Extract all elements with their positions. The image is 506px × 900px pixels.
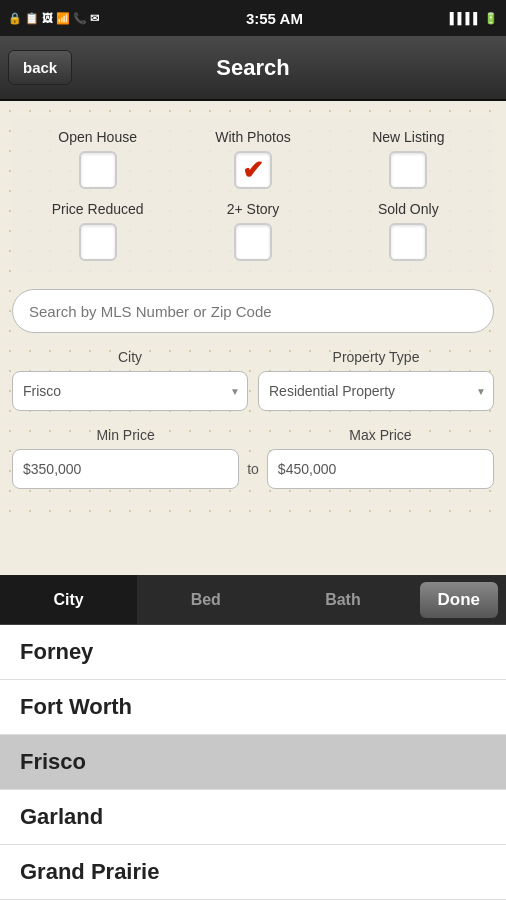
status-time: 3:55 AM — [246, 10, 303, 27]
mail-icon: ✉ — [90, 12, 99, 25]
list-item[interactable]: Grand Prairie — [0, 845, 506, 900]
main-content: Open House With Photos ✔ New Listing Pri… — [0, 101, 506, 517]
checkbox-open-house: Open House — [28, 129, 168, 189]
max-price-label: Max Price — [267, 427, 494, 443]
status-bar: 🔒 📋 🖼 📶 📞 ✉ 3:55 AM ▌▌▌▌ 🔋 — [0, 0, 506, 36]
city-label: City — [12, 349, 248, 365]
min-price-input[interactable] — [12, 449, 239, 489]
bottom-picker: City Bed Bath Done Forney Fort Worth Fri… — [0, 575, 506, 900]
mls-search-container — [12, 289, 494, 333]
property-type-group: Property Type Residential Property Comme… — [258, 349, 494, 411]
picker-tabs: City Bed Bath Done — [0, 575, 506, 625]
min-price-label: Min Price — [12, 427, 239, 443]
signal-icon: ▌▌▌▌ — [450, 12, 481, 24]
list-item[interactable]: Forney — [0, 625, 506, 680]
price-section: Min Price to Max Price — [12, 427, 494, 489]
open-house-checkbox[interactable] — [79, 151, 117, 189]
checkbox-price-reduced: Price Reduced — [28, 201, 168, 261]
image-icon: 🖼 — [42, 12, 53, 24]
price-reduced-checkbox[interactable] — [79, 223, 117, 261]
wifi-icon: 📶 — [56, 12, 70, 25]
checkbox-sold-only: Sold Only — [338, 201, 478, 261]
header: back Search — [0, 36, 506, 101]
city-list: Forney Fort Worth Frisco Garland Grand P… — [0, 625, 506, 900]
list-item-selected[interactable]: Frisco — [0, 735, 506, 790]
city-select[interactable]: Frisco — [12, 371, 248, 411]
max-price-group: Max Price — [267, 427, 494, 489]
list-item[interactable]: Garland — [0, 790, 506, 845]
max-price-input[interactable] — [267, 449, 494, 489]
two-story-checkbox[interactable] — [234, 223, 272, 261]
battery-icon: 🔋 — [484, 12, 498, 25]
price-reduced-label: Price Reduced — [52, 201, 144, 217]
status-left-icons: 🔒 📋 🖼 📶 📞 ✉ — [8, 12, 99, 25]
sold-only-checkbox[interactable] — [389, 223, 427, 261]
status-right-icons: ▌▌▌▌ 🔋 — [450, 12, 498, 25]
done-button[interactable]: Done — [420, 582, 499, 618]
tab-bed[interactable]: Bed — [137, 575, 274, 624]
list-item[interactable]: Fort Worth — [0, 680, 506, 735]
city-group: City Frisco — [12, 349, 248, 411]
property-type-select[interactable]: Residential Property Commercial Land Mul… — [258, 371, 494, 411]
lock-icon: 🔒 — [8, 12, 22, 25]
new-listing-checkbox[interactable] — [389, 151, 427, 189]
tab-bath[interactable]: Bath — [274, 575, 411, 624]
with-photos-label: With Photos — [215, 129, 290, 145]
min-price-group: Min Price — [12, 427, 239, 489]
mls-search-input[interactable] — [12, 289, 494, 333]
tab-city[interactable]: City — [0, 575, 137, 624]
sold-only-label: Sold Only — [378, 201, 439, 217]
checkmark-icon: ✔ — [242, 157, 264, 183]
checkbox-row-1: Open House With Photos ✔ New Listing — [20, 129, 486, 189]
new-listing-label: New Listing — [372, 129, 444, 145]
with-photos-checkbox[interactable]: ✔ — [234, 151, 272, 189]
price-separator: to — [247, 461, 259, 477]
checkbox-two-story: 2+ Story — [183, 201, 323, 261]
property-type-label: Property Type — [258, 349, 494, 365]
property-type-dropdown-wrapper: Residential Property Commercial Land Mul… — [258, 371, 494, 411]
city-dropdown-wrapper: Frisco — [12, 371, 248, 411]
checkbox-new-listing: New Listing — [338, 129, 478, 189]
page-title: Search — [216, 55, 289, 81]
checkboxes-section: Open House With Photos ✔ New Listing Pri… — [12, 117, 494, 273]
phone-icon: 📞 — [73, 12, 87, 25]
back-button[interactable]: back — [8, 50, 72, 85]
checkbox-row-2: Price Reduced 2+ Story Sold Only — [20, 201, 486, 261]
file-icon: 📋 — [25, 12, 39, 25]
two-story-label: 2+ Story — [227, 201, 280, 217]
dropdowns-section: City Frisco Property Type Residential Pr… — [12, 349, 494, 411]
checkbox-with-photos: With Photos ✔ — [183, 129, 323, 189]
open-house-label: Open House — [58, 129, 137, 145]
